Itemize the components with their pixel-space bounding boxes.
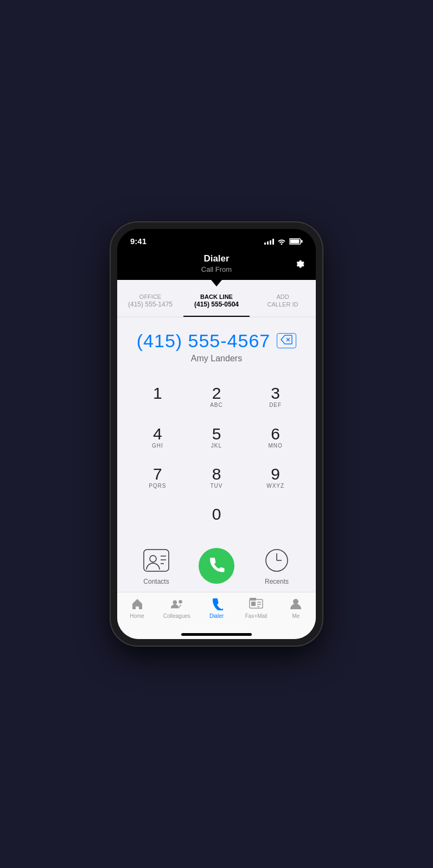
settings-button[interactable] xyxy=(292,257,307,274)
phone-content: OFFICE (415) 555-1475 BACK LINE (415) 55… xyxy=(117,286,316,639)
svg-point-13 xyxy=(173,601,176,604)
call-button[interactable] xyxy=(199,548,234,584)
tab-home[interactable]: Home xyxy=(121,597,154,619)
dialpad-row-4: 0 xyxy=(128,500,305,538)
dialed-number-row: (415) 555-4567 xyxy=(128,330,305,352)
recents-label: Recents xyxy=(265,578,289,585)
tab-me[interactable]: Me xyxy=(279,597,312,619)
dialpad-row-3: 7 PQRS 8 TUV 9 WXYZ xyxy=(128,459,305,497)
dialpad-key-8[interactable]: 8 TUV xyxy=(196,459,237,496)
home-icon xyxy=(130,597,144,611)
signal-icon xyxy=(264,238,274,245)
dialpad-key-6[interactable]: 6 MNO xyxy=(255,419,296,456)
tab-backline[interactable]: BACK LINE (415) 555-0504 xyxy=(183,286,250,317)
recents-icon xyxy=(263,546,291,575)
status-bar: 9:41 xyxy=(117,229,316,250)
dialer-icon xyxy=(209,597,224,611)
tab-faxmail[interactable]: Fax+Mail xyxy=(240,597,272,619)
tab-home-label: Home xyxy=(130,613,144,619)
caller-tabs: OFFICE (415) 555-1475 BACK LINE (415) 55… xyxy=(117,286,316,317)
home-indicator xyxy=(181,633,252,636)
tab-add-caller-id[interactable]: ADDCALLER ID xyxy=(250,286,316,317)
dialed-number-section: (415) 555-4567 Amy Landers xyxy=(117,317,316,370)
battery-icon xyxy=(289,238,303,245)
home-indicator-container xyxy=(117,630,316,639)
svg-rect-1 xyxy=(290,239,300,243)
dialpad-key-0[interactable]: 0 xyxy=(196,500,237,537)
dialpad-key-9[interactable]: 9 WXYZ xyxy=(255,459,296,496)
svg-rect-2 xyxy=(301,240,303,242)
dialpad-key-5[interactable]: 5 JKL xyxy=(196,419,237,456)
dropdown-arrow-icon xyxy=(211,280,222,286)
svg-rect-20 xyxy=(250,598,256,601)
dialed-number: (415) 555-4567 xyxy=(137,330,271,352)
recents-button[interactable]: Recents xyxy=(263,546,291,585)
tab-backline-label: BACK LINE xyxy=(200,293,233,300)
colleagues-icon xyxy=(170,597,184,611)
dialpad-row-1: 1 2 ABC 3 DEF xyxy=(128,379,305,417)
contacts-label: Contacts xyxy=(143,578,169,585)
dialpad-key-3[interactable]: 3 DEF xyxy=(255,379,296,416)
app-title: Dialer xyxy=(126,253,307,264)
me-icon xyxy=(289,597,303,611)
tab-colleagues-label: Colleagues xyxy=(163,613,190,619)
tab-office-label: OFFICE xyxy=(139,293,161,300)
status-icons xyxy=(264,238,303,245)
dialpad-row-2: 4 GHI 5 JKL 6 MNO xyxy=(128,419,305,457)
tab-faxmail-label: Fax+Mail xyxy=(245,613,268,619)
tab-dialer-label: Dialer xyxy=(209,613,224,619)
tab-office[interactable]: OFFICE (415) 555-1475 xyxy=(117,286,183,317)
tab-colleagues[interactable]: Colleagues xyxy=(161,597,193,619)
dialpad: 1 2 ABC 3 DEF 4 GHI xyxy=(117,370,316,542)
dialpad-key-7[interactable]: 7 PQRS xyxy=(137,459,178,496)
status-time: 9:41 xyxy=(130,237,147,246)
dialpad-key-pound[interactable] xyxy=(255,500,296,537)
phone-frame: 9:41 Dialer Call xyxy=(111,222,322,646)
delete-button[interactable] xyxy=(277,333,296,348)
contacts-icon xyxy=(142,546,170,575)
tab-me-label: Me xyxy=(292,613,300,619)
dialpad-key-4[interactable]: 4 GHI xyxy=(137,419,178,456)
svg-point-14 xyxy=(179,600,182,604)
tab-backline-number: (415) 555-0504 xyxy=(188,301,245,309)
dialpad-key-1[interactable]: 1 xyxy=(137,379,178,416)
dialpad-key-star[interactable] xyxy=(137,500,178,537)
svg-point-6 xyxy=(150,556,156,562)
contacts-button[interactable]: Contacts xyxy=(142,546,170,585)
app-subtitle: Call From xyxy=(126,265,307,273)
dialpad-key-2[interactable]: 2 ABC xyxy=(196,379,237,416)
dropdown-arrow-container xyxy=(117,280,316,286)
tab-office-number: (415) 555-1475 xyxy=(122,301,179,309)
svg-rect-16 xyxy=(251,602,256,606)
tab-dialer[interactable]: Dialer xyxy=(200,597,233,619)
wifi-icon xyxy=(277,238,286,245)
phone-inner: 9:41 Dialer Call xyxy=(117,229,316,639)
bottom-actions: Contacts Recents xyxy=(117,542,316,592)
tab-add-label: ADDCALLER ID xyxy=(268,293,298,308)
svg-point-21 xyxy=(293,599,298,604)
app-header: Dialer Call From xyxy=(117,250,316,280)
tab-bar: Home Colleagues xyxy=(117,592,316,630)
contact-name: Amy Landers xyxy=(128,354,305,363)
faxmail-icon xyxy=(249,597,263,611)
